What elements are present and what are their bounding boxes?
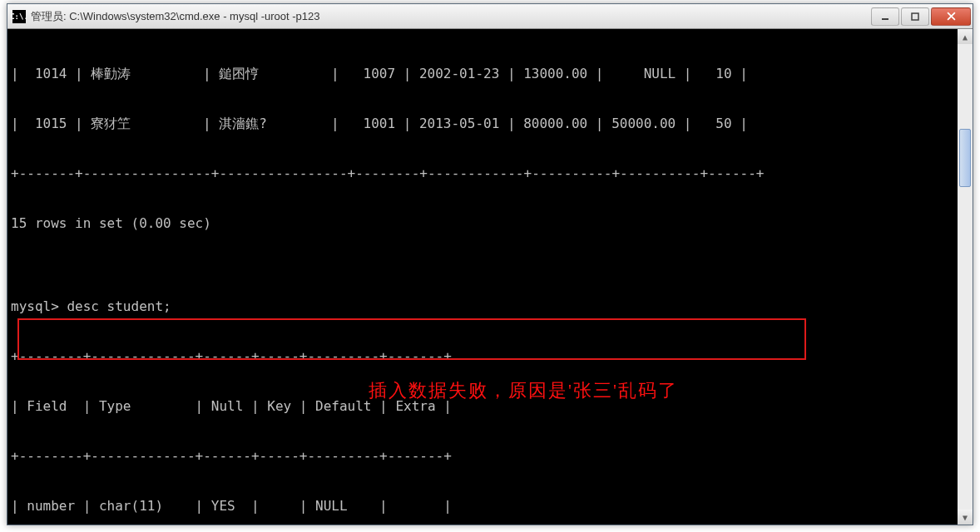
- output-line: | 1015 | 寮犲笁 | 淇濇鐎? | 1001 | 2013-05-01 …: [11, 116, 969, 132]
- window-title: 管理员: C:\Windows\system32\cmd.exe - mysql…: [31, 9, 871, 24]
- svg-rect-1: [912, 13, 918, 20]
- prompt-line: mysql> desc student;: [11, 298, 969, 315]
- maximize-button[interactable]: [901, 7, 929, 26]
- output-line: 15 rows in set (0.00 sec): [11, 215, 969, 232]
- minimize-button[interactable]: [871, 7, 899, 26]
- output-line: +--------+-------------+------+-----+---…: [11, 448, 969, 465]
- output-line: +-------+----------------+--------------…: [11, 165, 969, 182]
- vertical-scrollbar[interactable]: ▲ ▼: [958, 29, 973, 525]
- output-line: | number | char(11) | YES | | NULL | |: [11, 498, 969, 515]
- scroll-thumb[interactable]: [959, 129, 971, 187]
- annotation-text: 插入数据失败，原因是'张三'乱码了: [369, 378, 678, 403]
- titlebar[interactable]: C:\. 管理员: C:\Windows\system32\cmd.exe - …: [7, 4, 973, 29]
- scroll-up-arrow[interactable]: ▲: [958, 29, 973, 44]
- close-button[interactable]: [931, 7, 971, 26]
- cmd-icon: C:\.: [12, 10, 26, 23]
- output-line: | 1014 | 棒勭涛 | 鎚囨悙 | 1007 | 2002-01-23 |…: [11, 66, 969, 82]
- window-buttons: [871, 7, 971, 26]
- svg-rect-0: [882, 18, 888, 20]
- output-line: +--------+-------------+------+-----+---…: [11, 348, 969, 365]
- cmd-window: C:\. 管理员: C:\Windows\system32\cmd.exe - …: [7, 3, 973, 525]
- terminal-output[interactable]: | 1014 | 棒勭涛 | 鎚囨悙 | 1007 | 2002-01-23 |…: [7, 29, 973, 525]
- scroll-down-arrow[interactable]: ▼: [958, 510, 973, 525]
